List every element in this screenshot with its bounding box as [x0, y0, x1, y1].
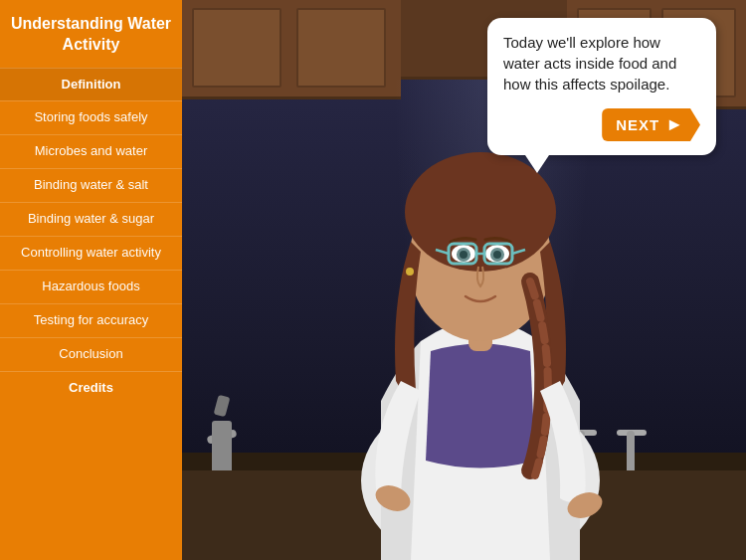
sidebar-item-hazardous-foods[interactable]: Hazardous foods [0, 270, 182, 303]
svg-point-8 [460, 251, 467, 259]
app-title: Understanding Water Activity [0, 0, 182, 68]
next-button[interactable]: NEXT ► [602, 108, 700, 141]
next-arrow-icon: ► [665, 114, 684, 135]
speech-bubble: Today we'll explore how water acts insid… [487, 18, 716, 155]
sidebar-item-microbes-and-water[interactable]: Microbes and water [0, 134, 182, 168]
microscope-body [212, 421, 232, 470]
sidebar-item-binding-water-sugar[interactable]: Binding water & sugar [0, 202, 182, 236]
svg-point-15 [406, 268, 414, 276]
sidebar-item-binding-water-salt[interactable]: Binding water & salt [0, 168, 182, 202]
sidebar-item-conclusion[interactable]: Conclusion [0, 337, 182, 371]
sidebar-item-controlling-water-activity[interactable]: Controlling water activity [0, 236, 182, 270]
microscope-eyepiece [214, 395, 231, 417]
speech-text: Today we'll explore how water acts insid… [503, 34, 676, 93]
svg-point-9 [493, 251, 501, 259]
main-content: Today we'll explore how water acts insid… [182, 0, 746, 560]
sidebar-item-credits[interactable]: Credits [0, 371, 182, 405]
sidebar: Understanding Water Activity Definition … [0, 0, 182, 560]
sidebar-item-definition[interactable]: Definition [0, 68, 182, 101]
next-label: NEXT [616, 116, 659, 133]
cabinet-door [296, 8, 386, 88]
cabinet-door [192, 8, 281, 88]
microscope [202, 391, 242, 470]
sidebar-item-testing-for-accuracy[interactable]: Testing for accuracy [0, 303, 182, 337]
sidebar-item-storing-foods-safely[interactable]: Storing foods safely [0, 100, 182, 134]
